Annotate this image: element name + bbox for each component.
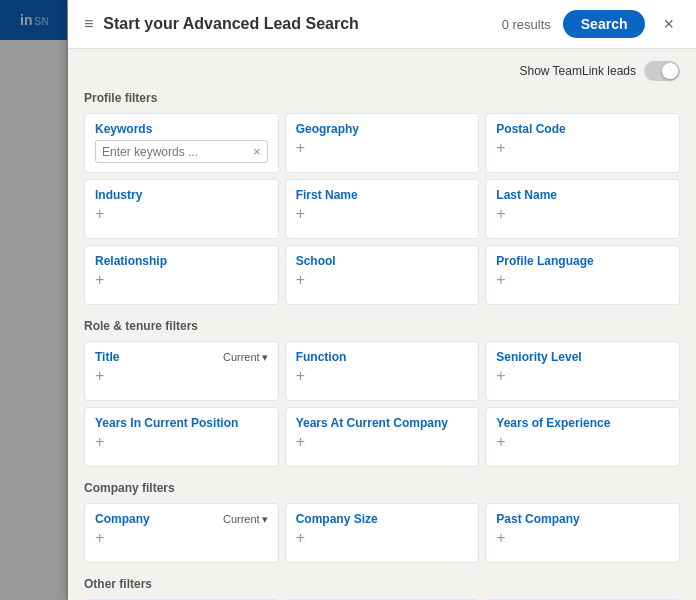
keywords-input-row[interactable]: × [95, 140, 268, 163]
company-filters-title: Company filters [84, 481, 680, 495]
years-experience-title: Years of Experience [496, 416, 669, 430]
title-chevron-icon: ▾ [262, 351, 268, 364]
school-title: School [296, 254, 469, 268]
school-add-icon: + [296, 272, 469, 288]
other-filters-section: Other filters Posted Content + Groups [84, 577, 680, 600]
filter-card-relationship[interactable]: Relationship + [84, 245, 279, 305]
filter-card-postal-code[interactable]: Postal Code + [485, 113, 680, 173]
keywords-clear-button[interactable]: × [253, 144, 261, 159]
filter-card-title[interactable]: Title Current ▾ + [84, 341, 279, 401]
modal-title: Start your Advanced Lead Search [103, 15, 359, 33]
title-add-icon: + [95, 368, 268, 384]
role-filters-section: Role & tenure filters Title Current ▾ + [84, 319, 680, 467]
first-name-add-icon: + [296, 206, 469, 222]
teamlink-label: Show TeamLink leads [519, 64, 636, 78]
keywords-title: Keywords [95, 122, 268, 136]
years-current-company-add-icon: + [296, 434, 469, 450]
filter-card-years-experience[interactable]: Years of Experience + [485, 407, 680, 467]
filter-card-keywords[interactable]: Keywords × [84, 113, 279, 173]
postal-code-title: Postal Code [496, 122, 669, 136]
close-button[interactable]: × [657, 12, 680, 37]
geography-add-icon: + [296, 140, 469, 156]
filter-card-industry[interactable]: Industry + [84, 179, 279, 239]
title-current-badge[interactable]: Current ▾ [223, 351, 268, 364]
modal-overlay: ≡ Start your Advanced Lead Search 0 resu… [0, 0, 696, 600]
filter-card-first-name[interactable]: First Name + [285, 179, 480, 239]
seniority-add-icon: + [496, 368, 669, 384]
years-current-position-title: Years In Current Position [95, 416, 268, 430]
last-name-add-icon: + [496, 206, 669, 222]
relationship-title: Relationship [95, 254, 268, 268]
geography-title: Geography [296, 122, 469, 136]
profile-filters-grid: Keywords × Geography + [84, 113, 680, 305]
profile-language-title: Profile Language [496, 254, 669, 268]
filter-card-past-company[interactable]: Past Company + [485, 503, 680, 563]
other-filters-title: Other filters [84, 577, 680, 591]
years-experience-add-icon: + [496, 434, 669, 450]
role-filters-grid: Title Current ▾ + Function [84, 341, 680, 467]
company-size-add-icon: + [296, 530, 469, 546]
profile-filters-section: Profile filters Keywords × [84, 91, 680, 305]
company-chevron-icon: ▾ [262, 513, 268, 526]
teamlink-toggle[interactable] [644, 61, 680, 81]
filter-card-company[interactable]: Company Current ▾ + [84, 503, 279, 563]
filter-card-geography[interactable]: Geography + [285, 113, 480, 173]
past-company-title: Past Company [496, 512, 669, 526]
header-right: 0 results Search × [502, 10, 680, 38]
advanced-search-modal: ≡ Start your Advanced Lead Search 0 resu… [68, 0, 696, 600]
seniority-title: Seniority Level [496, 350, 669, 364]
filter-card-last-name[interactable]: Last Name + [485, 179, 680, 239]
search-button[interactable]: Search [563, 10, 646, 38]
modal-header: ≡ Start your Advanced Lead Search 0 resu… [68, 0, 696, 49]
first-name-title: First Name [296, 188, 469, 202]
function-title: Function [296, 350, 469, 364]
filter-lines-icon: ≡ [84, 15, 93, 33]
modal-content: Show TeamLink leads Profile filters Keyw… [68, 49, 696, 600]
company-current-badge[interactable]: Current ▾ [223, 513, 268, 526]
company-card-title: Company Current ▾ [95, 512, 268, 526]
role-filters-title: Role & tenure filters [84, 319, 680, 333]
past-company-add-icon: + [496, 530, 669, 546]
postal-code-add-icon: + [496, 140, 669, 156]
company-filters-grid: Company Current ▾ + Company Size [84, 503, 680, 563]
filter-card-years-current-company[interactable]: Years At Current Company + [285, 407, 480, 467]
industry-title: Industry [95, 188, 268, 202]
company-add-icon: + [95, 530, 268, 546]
filter-card-company-size[interactable]: Company Size + [285, 503, 480, 563]
profile-filters-title: Profile filters [84, 91, 680, 105]
industry-add-icon: + [95, 206, 268, 222]
filter-card-years-current-position[interactable]: Years In Current Position + [84, 407, 279, 467]
filter-card-school[interactable]: School + [285, 245, 480, 305]
results-count: 0 results [502, 17, 551, 32]
filter-card-function[interactable]: Function + [285, 341, 480, 401]
header-left: ≡ Start your Advanced Lead Search [84, 15, 359, 33]
years-current-position-add-icon: + [95, 434, 268, 450]
relationship-add-icon: + [95, 272, 268, 288]
years-current-company-title: Years At Current Company [296, 416, 469, 430]
filter-card-profile-language[interactable]: Profile Language + [485, 245, 680, 305]
function-add-icon: + [296, 368, 469, 384]
filter-card-seniority-level[interactable]: Seniority Level + [485, 341, 680, 401]
company-size-title: Company Size [296, 512, 469, 526]
teamlink-row: Show TeamLink leads [84, 61, 680, 81]
profile-language-add-icon: + [496, 272, 669, 288]
title-card-title: Title Current ▾ [95, 350, 268, 364]
keywords-input[interactable] [102, 145, 253, 159]
company-filters-section: Company filters Company Current ▾ + [84, 481, 680, 563]
last-name-title: Last Name [496, 188, 669, 202]
